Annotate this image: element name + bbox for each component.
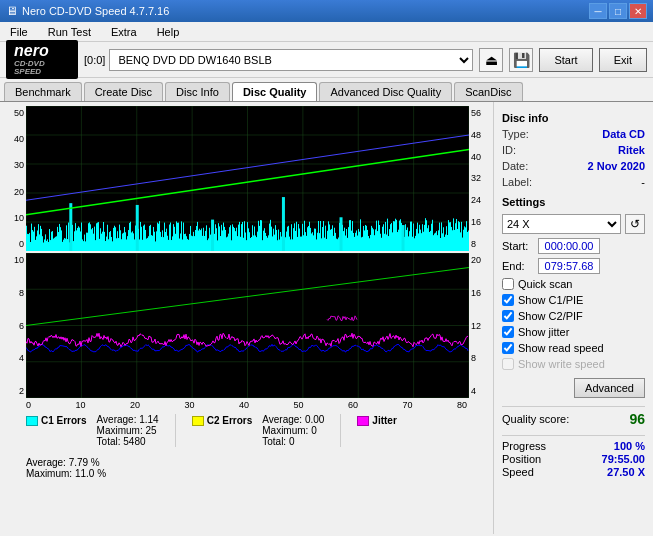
tab-disc-quality[interactable]: Disc Quality bbox=[232, 82, 318, 101]
start-time-row: Start: 000:00.00 bbox=[502, 238, 645, 254]
jitter-label: Jitter bbox=[372, 415, 396, 426]
c1-stat: C1 Errors bbox=[26, 414, 87, 447]
show-jitter-row: Show jitter bbox=[502, 326, 645, 338]
show-c2-row: Show C2/PIF bbox=[502, 310, 645, 322]
progress-row: Progress 100 % bbox=[502, 440, 645, 452]
c2-legend-color bbox=[192, 416, 204, 426]
c1-values: Average: 1.14 Maximum: 25 Total: 5480 bbox=[97, 414, 159, 447]
start-time-value: 000:00.00 bbox=[538, 238, 600, 254]
quick-scan-row: Quick scan bbox=[502, 278, 645, 290]
tab-bar: Benchmark Create Disc Disc Info Disc Qua… bbox=[0, 78, 653, 102]
speed-row: Speed 27.50 X bbox=[502, 466, 645, 478]
bottom-y-axis-right: 20 16 12 8 4 bbox=[469, 253, 489, 398]
logo-top: nero bbox=[14, 42, 70, 60]
tab-create-disc[interactable]: Create Disc bbox=[84, 82, 163, 101]
position-row: Position 79:55.00 bbox=[502, 453, 645, 465]
progress-section: Progress 100 % Position 79:55.00 Speed 2… bbox=[502, 435, 645, 479]
menu-help[interactable]: Help bbox=[151, 24, 186, 40]
disc-info-section: Disc info bbox=[502, 112, 645, 124]
settings-section: Settings bbox=[502, 196, 645, 208]
top-y-axis-right: 56 48 40 32 24 16 8 bbox=[469, 106, 489, 251]
c2-label: C2 Errors bbox=[207, 415, 253, 426]
c2-stat: C2 Errors bbox=[192, 414, 253, 447]
maximize-button[interactable]: □ bbox=[609, 3, 627, 19]
show-jitter-checkbox[interactable] bbox=[502, 326, 514, 338]
menu-extra[interactable]: Extra bbox=[105, 24, 143, 40]
end-time-row: End: 079:57.68 bbox=[502, 258, 645, 274]
minimize-button[interactable]: ─ bbox=[589, 3, 607, 19]
right-panel: Disc info Type: Data CD ID: Ritek Date: … bbox=[493, 102, 653, 534]
top-chart-wrapper: 50 40 30 20 10 0 56 48 40 32 24 16 8 bbox=[4, 106, 489, 251]
quality-score: 96 bbox=[629, 411, 645, 427]
quick-scan-checkbox[interactable] bbox=[502, 278, 514, 290]
eject-button[interactable]: ⏏ bbox=[479, 48, 503, 72]
drive-selector: [0:0] BENQ DVD DD DW1640 BSLB bbox=[84, 49, 473, 71]
menu-bar: File Run Test Extra Help bbox=[0, 22, 653, 42]
c1-label: C1 Errors bbox=[41, 415, 87, 426]
speed-settings-row: 24 X ↺ bbox=[502, 214, 645, 234]
jitter-stat: Jitter bbox=[357, 414, 396, 447]
drive-combo[interactable]: BENQ DVD DD DW1640 BSLB bbox=[109, 49, 473, 71]
bottom-chart bbox=[26, 253, 469, 398]
show-read-speed-row: Show read speed bbox=[502, 342, 645, 354]
main-content: 50 40 30 20 10 0 56 48 40 32 24 16 8 bbox=[0, 102, 653, 534]
show-c2-checkbox[interactable] bbox=[502, 310, 514, 322]
app-title: Nero CD-DVD Speed 4.7.7.16 bbox=[22, 5, 169, 17]
disc-type-row: Type: Data CD bbox=[502, 128, 645, 140]
disc-date-row: Date: 2 Nov 2020 bbox=[502, 160, 645, 172]
toolbar: nero CD·DVD SPEED [0:0] BENQ DVD DD DW16… bbox=[0, 42, 653, 78]
nero-logo: nero CD·DVD SPEED bbox=[6, 40, 78, 79]
refresh-button[interactable]: ↺ bbox=[625, 214, 645, 234]
tab-scandisc[interactable]: ScanDisc bbox=[454, 82, 522, 101]
jitter-legend-color bbox=[357, 416, 369, 426]
bottom-y-axis-left: 10 8 6 4 2 bbox=[4, 253, 26, 398]
menu-file[interactable]: File bbox=[4, 24, 34, 40]
top-chart bbox=[26, 106, 469, 251]
show-c1-row: Show C1/PIE bbox=[502, 294, 645, 306]
chart-area: 50 40 30 20 10 0 56 48 40 32 24 16 8 bbox=[0, 102, 493, 534]
show-write-speed-row: Show write speed bbox=[502, 358, 645, 370]
close-button[interactable]: ✕ bbox=[629, 3, 647, 19]
start-button[interactable]: Start bbox=[539, 48, 592, 72]
x-axis-labels: 0 10 20 30 40 50 60 70 80 bbox=[4, 400, 489, 410]
c1-legend-color bbox=[26, 416, 38, 426]
end-time-value: 079:57.68 bbox=[538, 258, 600, 274]
stats-section: C1 Errors Average: 1.14 Maximum: 25 Tota… bbox=[4, 412, 489, 481]
bottom-chart-wrapper: 10 8 6 4 2 20 16 12 8 4 bbox=[4, 253, 489, 398]
drive-label: [0:0] bbox=[84, 54, 105, 66]
show-read-speed-checkbox[interactable] bbox=[502, 342, 514, 354]
jitter-values: Average: 7.79 % Maximum: 11.0 % bbox=[26, 457, 106, 479]
show-c1-checkbox[interactable] bbox=[502, 294, 514, 306]
app-icon: 🖥 bbox=[6, 4, 18, 18]
top-y-axis-left: 50 40 30 20 10 0 bbox=[4, 106, 26, 251]
tab-benchmark[interactable]: Benchmark bbox=[4, 82, 82, 101]
speed-combo[interactable]: 24 X bbox=[502, 214, 621, 234]
advanced-button[interactable]: Advanced bbox=[574, 378, 645, 398]
tab-disc-info[interactable]: Disc Info bbox=[165, 82, 230, 101]
logo-bottom: CD·DVD SPEED bbox=[14, 60, 70, 78]
show-write-speed-checkbox[interactable] bbox=[502, 358, 514, 370]
disc-label-row: Label: - bbox=[502, 176, 645, 188]
c2-values: Average: 0.00 Maximum: 0 Total: 0 bbox=[262, 414, 324, 447]
menu-run-test[interactable]: Run Test bbox=[42, 24, 97, 40]
save-button[interactable]: 💾 bbox=[509, 48, 533, 72]
quality-row: Quality score: 96 bbox=[502, 406, 645, 427]
disc-id-row: ID: Ritek bbox=[502, 144, 645, 156]
tab-advanced-disc-quality[interactable]: Advanced Disc Quality bbox=[319, 82, 452, 101]
exit-button[interactable]: Exit bbox=[599, 48, 647, 72]
title-bar: 🖥 Nero CD-DVD Speed 4.7.7.16 ─ □ ✕ bbox=[0, 0, 653, 22]
